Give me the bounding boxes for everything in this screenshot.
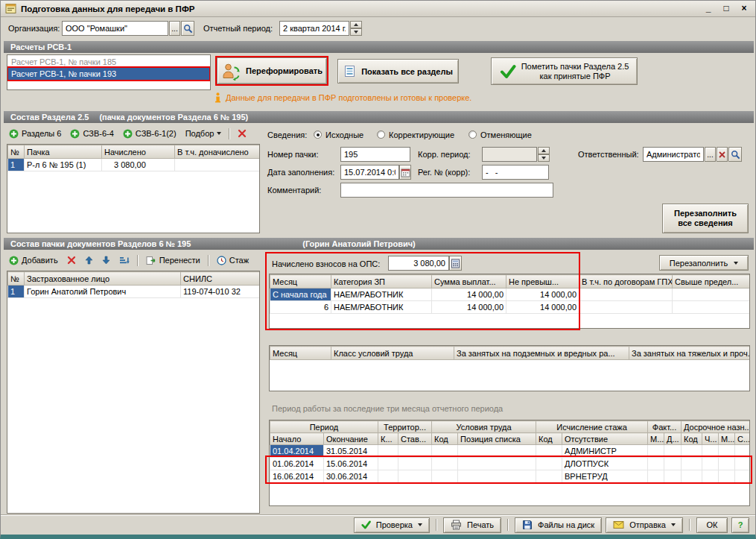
- sort-button[interactable]: [115, 254, 133, 267]
- organization-open-button[interactable]: [181, 21, 194, 36]
- persons-col-name: Застрахованное лицо: [25, 272, 181, 286]
- organization-choose-button[interactable]: ...: [169, 21, 180, 36]
- refill-all-button[interactable]: Перезаполнить все сведения: [662, 204, 749, 233]
- pack-number-input[interactable]: [340, 147, 410, 162]
- conditions-col-month: Месяц: [270, 347, 331, 360]
- radio-iskhodnye[interactable]: [314, 130, 322, 139]
- responsible-clear-button[interactable]: [717, 147, 728, 162]
- payments-row-total[interactable]: С начала года НАЕМ/РАБОТНИК 14 000,00 14…: [270, 289, 750, 301]
- payments-col-limit: Не превыш...: [506, 275, 579, 289]
- comment-input[interactable]: [340, 183, 553, 198]
- bar-separator: [689, 519, 690, 531]
- files-to-disk-button[interactable]: Файлы на диск: [515, 517, 602, 533]
- responsible-input[interactable]: [643, 147, 704, 162]
- envelope-icon: [613, 520, 624, 529]
- payments-row-month6[interactable]: 6 НАЕМ/РАБОТНИК 14 000,00 14 000,00: [270, 301, 750, 314]
- add-szv64-button[interactable]: СЗВ-6-4: [66, 127, 117, 140]
- report-period-input[interactable]: [279, 21, 349, 36]
- period-row-3[interactable]: 16.06.2014 30.06.2014 ВРНЕТРУД: [270, 470, 750, 483]
- payments-table: Месяц Категория ЗП Сумма выплат... Не пр…: [269, 274, 750, 329]
- organization-input[interactable]: [62, 21, 168, 36]
- sections-document-icon: [343, 65, 356, 78]
- spin-up-icon[interactable]: [538, 147, 550, 154]
- delete-person-button[interactable]: [63, 254, 80, 266]
- report-period-spinner[interactable]: [350, 21, 362, 36]
- radio-iskhodnye-label: Исходные: [325, 129, 363, 141]
- add-szv612-button[interactable]: СЗВ-6-1(2): [119, 127, 180, 140]
- show-all-sections-button[interactable]: Показать все разделы: [337, 59, 459, 83]
- pack-table-row[interactable]: 1 Р-л 6 № 195 (1) 3 080,00: [8, 159, 260, 171]
- transfer-button[interactable]: Перенести: [142, 254, 204, 267]
- ok-button[interactable]: ОК: [696, 517, 728, 533]
- refill-section6-button[interactable]: Перезаполнить: [659, 255, 749, 271]
- spin-down-icon[interactable]: [538, 154, 550, 162]
- period-col-code1: Код: [432, 433, 458, 445]
- ops-input[interactable]: [388, 256, 449, 271]
- section-header-6: Состав пачки документов Разделов 6 № 195…: [4, 238, 754, 250]
- korr-period-input[interactable]: [482, 147, 537, 162]
- add-razdely6-button[interactable]: Разделы 6: [5, 127, 65, 140]
- plus-icon: [9, 256, 19, 265]
- calculator-button[interactable]: [449, 256, 462, 271]
- clock-icon: [217, 256, 226, 265]
- reform-button[interactable]: Переформировать: [217, 57, 327, 84]
- period-col-absence: Отсутствие: [562, 433, 648, 445]
- responsible-choose-button[interactable]: ...: [705, 147, 716, 162]
- mark-accepted-line1: Пометить пачки Раздела 2.5: [521, 62, 629, 72]
- help-button[interactable]: ?: [731, 517, 749, 533]
- move-up-button[interactable]: [81, 254, 97, 266]
- window-title: Подготовка данных для передачи в ПФР: [21, 4, 697, 13]
- period-group-territory: Территор...: [378, 421, 432, 433]
- period-row-2[interactable]: 01.06.2014 15.06.2014 ДЛОТПУСК: [270, 458, 750, 470]
- delete-pack-button[interactable]: [234, 127, 250, 139]
- rsv-list: Расчет РСВ-1, № пачки 185 Расчет РСВ-1, …: [7, 54, 211, 90]
- plus-icon: [70, 129, 80, 139]
- print-button[interactable]: Печать: [443, 517, 501, 533]
- korr-period-spinner[interactable]: [538, 147, 550, 162]
- radio-korrektiruyushchie[interactable]: [377, 130, 385, 139]
- radio-otmenyayushchie[interactable]: [468, 130, 477, 139]
- delete-x-icon: [67, 256, 76, 265]
- calendar-button[interactable]: [399, 165, 411, 180]
- responsible-open-button[interactable]: [728, 147, 742, 162]
- pack-col-extra: В т.ч. доначислено: [175, 145, 260, 159]
- payments-col-sum: Сумма выплат...: [432, 275, 506, 289]
- stazh-button[interactable]: Стаж: [213, 254, 252, 267]
- move-down-button[interactable]: [98, 254, 114, 266]
- mark-accepted-button[interactable]: Пометить пачки Раздела 2.5 как принятые …: [491, 57, 638, 85]
- fill-date-input[interactable]: [340, 165, 399, 180]
- spin-down-icon[interactable]: [350, 28, 362, 36]
- spin-up-icon[interactable]: [350, 21, 362, 28]
- persons-col-num: №: [8, 272, 25, 286]
- period-col-m2: М...: [719, 433, 735, 445]
- svedeniya-label: Сведения:: [267, 129, 307, 141]
- payments-col-month: Месяц: [270, 275, 331, 289]
- conditions-table: Месяц Класс условий труда За занятых на …: [269, 345, 750, 391]
- close-button[interactable]: ×: [737, 3, 751, 15]
- period-col-rate: Став...: [398, 433, 432, 445]
- maximize-button[interactable]: □: [720, 3, 733, 15]
- pack-table: № Пачка Начислено В т.ч. доначислено 1 Р…: [7, 144, 260, 233]
- radio-korrektiruyushchie-label: Корректирующие: [389, 129, 454, 141]
- add-person-button[interactable]: Добавить: [5, 254, 62, 267]
- minimize-button[interactable]: _: [702, 3, 715, 15]
- persons-table: № Застрахованное лицо СНИЛС 1 Горин Анат…: [7, 271, 260, 514]
- period-col-end: Окончание: [324, 433, 378, 445]
- podbor-button[interactable]: Подбор: [182, 127, 226, 139]
- refill-all-line1: Перезаполнить: [674, 209, 737, 218]
- rsv-list-item-185[interactable]: Расчет РСВ-1, № пачки 185: [8, 56, 209, 68]
- persons-col-snils: СНИЛС: [181, 272, 260, 286]
- chevron-down-icon: [217, 132, 221, 135]
- sort-icon: [119, 256, 130, 265]
- persons-table-row[interactable]: 1 Горин Анатолий Петрович 119-074-010 32: [8, 286, 260, 298]
- period-col-k: К...: [378, 433, 398, 445]
- period-row-1[interactable]: 01.04.2014 31.05.2014 АДМИНИСТР: [270, 445, 750, 458]
- reg-number-input[interactable]: [482, 165, 549, 180]
- check-button[interactable]: Проверка: [354, 517, 430, 533]
- send-button[interactable]: Отправка: [606, 517, 683, 533]
- rsv-list-item-193[interactable]: Расчет РСВ-1, № пачки 193: [8, 68, 209, 80]
- chevron-down-icon: [734, 262, 738, 265]
- app-window: Подготовка данных для передачи в ПФР _ □…: [0, 0, 756, 539]
- refill-section6-label: Перезаполнить: [670, 259, 728, 268]
- period-col-m1: М...: [648, 433, 664, 445]
